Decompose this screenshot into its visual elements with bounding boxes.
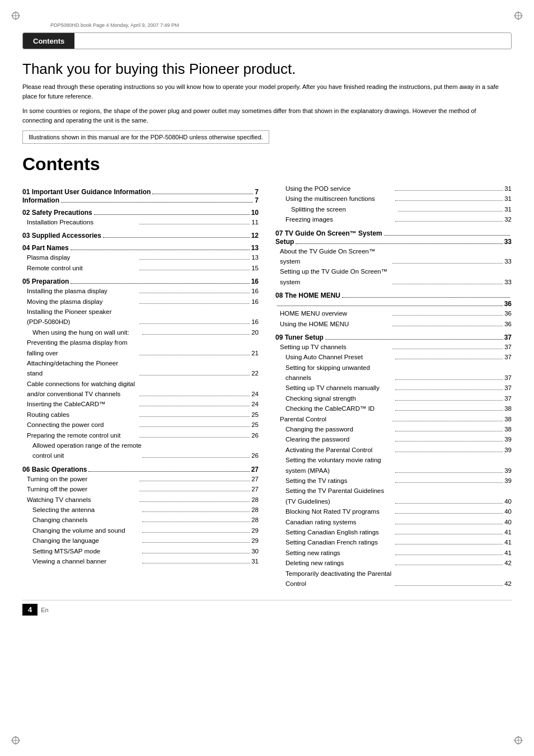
toc-entry: Using the HOME MENU36 bbox=[275, 319, 512, 329]
toc-item: Freezing images32 bbox=[275, 214, 512, 224]
toc-item: Setting Canadian English ratings41 bbox=[275, 527, 512, 537]
toc-item: Connecting the power cord25 bbox=[22, 420, 259, 430]
toc-item: Parental Control38 bbox=[275, 414, 512, 424]
toc-entry: Preventing the plasma display from bbox=[22, 337, 259, 348]
toc-item: Blocking Not Rated TV programs40 bbox=[275, 506, 512, 516]
toc-item: Selecting the antenna28 bbox=[22, 505, 259, 515]
toc-entry: 03 Supplied Accessories12 bbox=[22, 232, 259, 240]
toc-item: Setting up TV channels manually37 bbox=[275, 383, 512, 393]
toc-entry: Preparing the remote control unit26 bbox=[22, 430, 259, 440]
toc-item: Cable connections for watching digital bbox=[22, 379, 259, 389]
toc-entry: Turning off the power27 bbox=[22, 484, 259, 494]
toc-entry: Setting new ratings41 bbox=[275, 548, 512, 558]
page-lang: En bbox=[41, 607, 48, 613]
toc-entry: Changing the volume and sound29 bbox=[22, 525, 259, 536]
toc-item: control unit26 bbox=[22, 450, 259, 461]
toc-entry: system (MPAA)39 bbox=[275, 466, 512, 476]
contents-header-label: Contents bbox=[23, 33, 74, 49]
toc-entry: Setting for skipping unwanted bbox=[275, 363, 512, 373]
toc-entry: Control42 bbox=[275, 579, 512, 589]
toc-entry: 09 Tuner Setup37 bbox=[275, 334, 512, 341]
toc-entry: Installing the Pioneer speaker bbox=[22, 307, 259, 317]
toc-item: Temporarily deactivating the Parental bbox=[275, 569, 512, 579]
toc-entry: Using the multiscreen functions31 bbox=[275, 194, 512, 204]
toc-item: Viewing a channel banner31 bbox=[22, 556, 259, 566]
thank-you-para1: Please read through these operating inst… bbox=[22, 82, 504, 101]
toc-entry: Setting Canadian English ratings41 bbox=[275, 527, 512, 537]
toc-item: Changing the volume and sound29 bbox=[22, 525, 259, 536]
toc-item: Remote control unit15 bbox=[22, 263, 259, 273]
toc-item: Using the multiscreen functions31 bbox=[275, 194, 512, 204]
toc-entry: Splitting the screen31 bbox=[275, 204, 512, 214]
toc-item: Clearing the password39 bbox=[275, 434, 512, 444]
toc-item: Installation Precautions11 bbox=[22, 217, 259, 227]
toc-entry: 01 Important User Guidance Information7I… bbox=[22, 188, 259, 204]
toc-entry: Installing the plasma display16 bbox=[22, 286, 259, 296]
toc-entry: Changing channels28 bbox=[22, 515, 259, 525]
toc-item: Moving the plasma display16 bbox=[22, 297, 259, 307]
toc-item: Using the HOME MENU36 bbox=[275, 319, 512, 329]
thank-you-para2: In some countries or regions, the shape … bbox=[22, 106, 504, 125]
toc-item: system33 bbox=[275, 256, 512, 266]
toc-entry: About the TV Guide On Screen™ bbox=[275, 246, 512, 256]
toc-item: HOME MENU overview36 bbox=[275, 308, 512, 318]
toc-entry: Installation Precautions11 bbox=[22, 217, 259, 227]
toc-item: system (MPAA)39 bbox=[275, 466, 512, 476]
toc-item: stand22 bbox=[22, 368, 259, 378]
thank-you-section: Thank you for buying this Pioneer produc… bbox=[22, 60, 512, 154]
toc-item: Routing cables25 bbox=[22, 410, 259, 420]
toc-entry: falling over21 bbox=[22, 348, 259, 358]
toc-section-header: 09 Tuner Setup37 bbox=[275, 334, 512, 341]
toc-entry: Changing the password38 bbox=[275, 424, 512, 434]
contents-header-bar: Contents bbox=[22, 32, 512, 49]
toc-entry: Deleting new ratings42 bbox=[275, 558, 512, 568]
toc-entry: 06 Basic Operations27 bbox=[22, 466, 259, 473]
page: PDP5080HD.book Page 4 Monday, April 9, 2… bbox=[0, 0, 534, 756]
toc-item: falling over21 bbox=[22, 348, 259, 358]
toc-entry: Viewing a channel banner31 bbox=[22, 556, 259, 566]
toc-item: Activating the Parental Control39 bbox=[275, 445, 512, 455]
toc-entry: Plasma display13 bbox=[22, 252, 259, 262]
toc-entry: Using the POD service31 bbox=[275, 184, 512, 194]
toc-item: Preventing the plasma display from bbox=[22, 337, 259, 348]
toc-entry: system33 bbox=[275, 277, 512, 287]
toc-item: (PDP-5080HD)16 bbox=[22, 317, 259, 327]
toc-entry: system33 bbox=[275, 256, 512, 266]
toc-entry: Inserting the CableCARD™24 bbox=[22, 399, 259, 409]
toc-item: Checking signal strength37 bbox=[275, 393, 512, 403]
toc-entry: Setting the TV ratings39 bbox=[275, 476, 512, 486]
toc-entry: Blocking Not Rated TV programs40 bbox=[275, 506, 512, 516]
toc-item: Setting up TV channels37 bbox=[275, 342, 512, 352]
toc-item: Checking the CableCARD™ ID38 bbox=[275, 403, 512, 414]
toc-item: Splitting the screen31 bbox=[275, 204, 512, 214]
toc-item: Canadian rating systems40 bbox=[275, 517, 512, 527]
toc-entry: When using the hung on wall unit:20 bbox=[22, 327, 259, 337]
toc-section-header: 06 Basic Operations27 bbox=[22, 466, 259, 473]
toc-entry: Checking signal strength37 bbox=[275, 393, 512, 403]
toc-entry: Setting up TV channels manually37 bbox=[275, 383, 512, 393]
toc-section-header: 04 Part Names13 bbox=[22, 244, 259, 252]
toc-entry: Activating the Parental Control39 bbox=[275, 445, 512, 455]
toc-columns: 01 Important User Guidance Information7I… bbox=[22, 184, 512, 589]
toc-entry: Parental Control38 bbox=[275, 414, 512, 424]
toc-entry: stand22 bbox=[22, 368, 259, 378]
toc-item: Changing channels28 bbox=[22, 515, 259, 525]
toc-item: Inserting the CableCARD™24 bbox=[22, 399, 259, 409]
illustration-note: Illustrations shown in this manual are f… bbox=[22, 130, 269, 144]
toc-item: Deleting new ratings42 bbox=[275, 558, 512, 568]
toc-item: Installing the plasma display16 bbox=[22, 286, 259, 296]
toc-item: Turning off the power27 bbox=[22, 484, 259, 494]
toc-item: Setting the voluntary movie rating bbox=[275, 455, 512, 465]
toc-entry: (TV Guidelines)40 bbox=[275, 496, 512, 506]
toc-item: Using Auto Channel Preset37 bbox=[275, 352, 512, 362]
toc-item: Installing the Pioneer speaker bbox=[22, 307, 259, 317]
toc-entry: Canadian rating systems40 bbox=[275, 517, 512, 527]
toc-item: Watching TV channels28 bbox=[22, 495, 259, 505]
page-number: 4 bbox=[22, 604, 38, 616]
toc-entry: Clearing the password39 bbox=[275, 434, 512, 444]
file-info: PDP5080HD.book Page 4 Monday, April 9, 2… bbox=[22, 22, 512, 28]
toc-entry: 04 Part Names13 bbox=[22, 244, 259, 252]
toc-section-header: 03 Supplied Accessories12 bbox=[22, 232, 259, 240]
toc-entry: Connecting the power cord25 bbox=[22, 420, 259, 430]
toc-item: Setting for skipping unwanted bbox=[275, 363, 512, 373]
